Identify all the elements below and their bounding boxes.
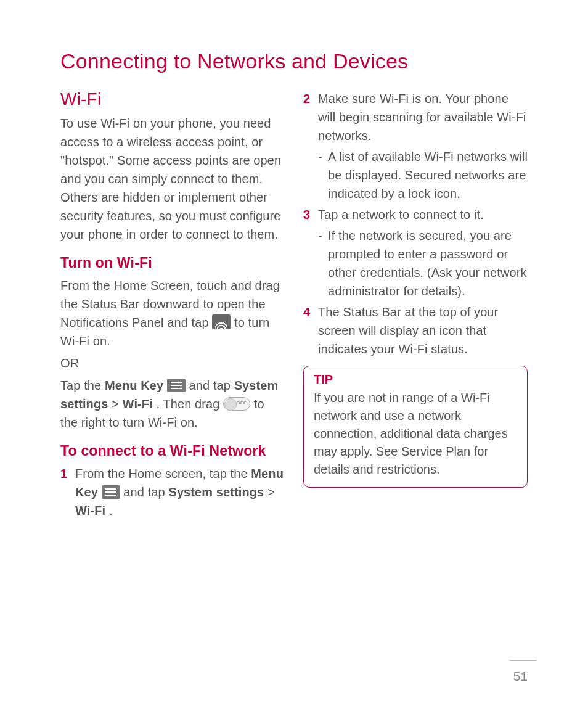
tip-box: TIP If you are not in range of a Wi-Fi n… — [303, 366, 528, 488]
step-2-sub: - A list of available Wi-Fi networks wil… — [303, 147, 528, 203]
text: . — [109, 504, 113, 517]
turn-on-paragraph-1: From the Home Screen, touch and drag the… — [60, 276, 285, 350]
wifi-label: Wi-Fi — [123, 397, 153, 411]
subheading-connect-wifi: To connect to a Wi-Fi Network — [60, 443, 285, 459]
step-4: 4 The Status Bar at the top of your scre… — [303, 303, 528, 358]
wifi-icon — [212, 314, 231, 329]
step-3: 3 Tap a network to connect to it. — [303, 205, 528, 224]
text: . Then drag — [156, 397, 223, 411]
step-body: The Status Bar at the top of your screen… — [318, 303, 528, 358]
text: and tap — [189, 379, 234, 392]
system-settings-label: System settings — [168, 485, 264, 499]
text: and tap — [123, 485, 168, 499]
content-columns: Wi-Fi To use Wi-Fi on your phone, you ne… — [60, 89, 528, 522]
or-text: OR — [60, 354, 285, 372]
step-body: Make sure Wi-Fi is on. Your phone will b… — [318, 89, 528, 145]
step-2: 2 Make sure Wi-Fi is on. Your phone will… — [303, 89, 528, 145]
tip-body: If you are not in range of a Wi-Fi netwo… — [314, 389, 517, 478]
text: From the Home screen, tap the — [75, 467, 251, 480]
page-title: Connecting to Networks and Devices — [60, 49, 528, 73]
step-body: Tap a network to connect to it. — [318, 205, 484, 224]
text: Tap the — [60, 379, 105, 392]
section-heading-wifi: Wi-Fi — [60, 89, 285, 109]
turn-on-paragraph-2: Tap the Menu Key and tap System settings… — [60, 376, 285, 432]
text: > — [267, 485, 275, 499]
tip-label: TIP — [314, 372, 517, 387]
menu-icon — [102, 485, 120, 499]
left-column: Wi-Fi To use Wi-Fi on your phone, you ne… — [60, 89, 285, 522]
dash: - — [318, 147, 328, 203]
step-1: 1 From the Home screen, tap the Menu Key… — [60, 464, 285, 520]
sub-body: A list of available Wi-Fi networks will … — [328, 147, 528, 203]
wifi-intro-text: To use Wi-Fi on your phone, you need acc… — [60, 114, 285, 244]
dash: - — [318, 226, 328, 300]
step-body: From the Home screen, tap the Menu Key a… — [75, 464, 285, 520]
page-number: 51 — [513, 669, 528, 684]
sub-body: If the network is secured, you are promp… — [328, 226, 528, 300]
subheading-turn-on-wifi: Turn on Wi-Fi — [60, 255, 285, 271]
right-column: 2 Make sure Wi-Fi is on. Your phone will… — [303, 89, 528, 522]
text: > — [112, 397, 122, 411]
step-number: 4 — [303, 303, 318, 358]
step-number: 1 — [60, 464, 75, 520]
wifi-label: Wi-Fi — [75, 504, 105, 517]
menu-key-label: Menu Key — [105, 379, 163, 392]
menu-icon — [167, 379, 186, 392]
step-number: 3 — [303, 205, 318, 224]
toggle-off-icon — [223, 397, 250, 411]
step-number: 2 — [303, 89, 318, 145]
step-3-sub: - If the network is secured, you are pro… — [303, 226, 528, 300]
